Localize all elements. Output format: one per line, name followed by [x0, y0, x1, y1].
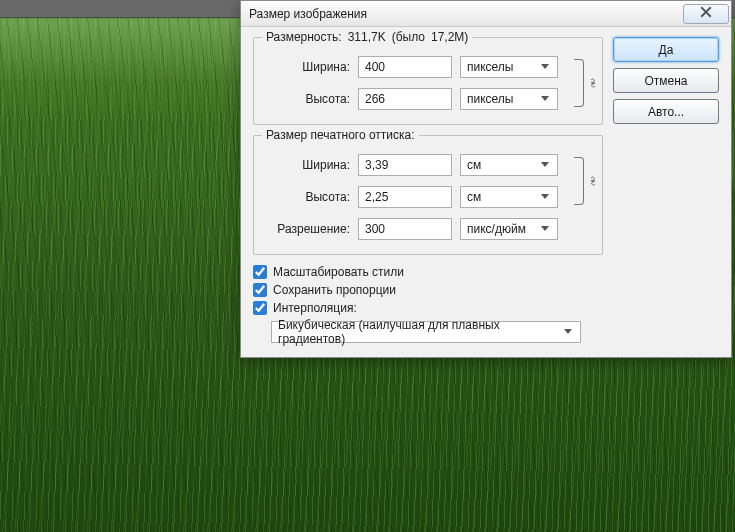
constrain-label: Сохранить пропорции	[273, 283, 396, 297]
pixel-width-input[interactable]	[358, 56, 452, 78]
chevron-down-icon	[537, 90, 553, 108]
print-size-legend: Размер печатного оттиска:	[262, 128, 419, 142]
chevron-down-icon	[537, 220, 553, 238]
dialog-title: Размер изображения	[249, 7, 367, 21]
auto-button[interactable]: Авто...	[613, 99, 719, 124]
combo-value: пикселы	[467, 92, 514, 106]
combo-value: Бикубическая (наилучшая для плавных град…	[278, 318, 561, 346]
pixel-height-unit-combo[interactable]: пикселы	[460, 88, 558, 110]
interpolate-checkbox[interactable]	[253, 301, 267, 315]
pixel-width-unit-combo[interactable]: пикселы	[460, 56, 558, 78]
chevron-down-icon	[537, 58, 553, 76]
scale-styles-checkbox-row[interactable]: Масштабировать стили	[253, 265, 603, 279]
constrain-checkbox-row[interactable]: Сохранить пропорции	[253, 283, 603, 297]
print-width-input[interactable]	[358, 154, 452, 176]
print-size-group: Размер печатного оттиска: Ширина: см	[253, 135, 603, 255]
interpolation-method-combo[interactable]: Бикубическая (наилучшая для плавных град…	[271, 321, 581, 343]
print-height-label: Высота:	[264, 190, 350, 204]
scale-styles-checkbox[interactable]	[253, 265, 267, 279]
pixel-dimensions-group: Размерность: 311,7K (было 17,2M) Ширина:…	[253, 37, 603, 125]
combo-value: см	[467, 190, 481, 204]
pixel-width-label: Ширина:	[264, 60, 350, 74]
cancel-button[interactable]: Отмена	[613, 68, 719, 93]
image-size-dialog: Размер изображения Размерность: 311,7K (…	[240, 0, 732, 358]
print-width-unit-combo[interactable]: см	[460, 154, 558, 176]
resolution-unit-combo[interactable]: пикс/дюйм	[460, 218, 558, 240]
combo-value: пикселы	[467, 60, 514, 74]
interpolate-checkbox-row[interactable]: Интерполяция:	[253, 301, 603, 315]
print-width-label: Ширина:	[264, 158, 350, 172]
chevron-down-icon	[561, 323, 576, 341]
chain-icon[interactable]	[586, 76, 600, 90]
pixel-height-label: Высота:	[264, 92, 350, 106]
dialog-titlebar[interactable]: Размер изображения	[241, 1, 731, 27]
chevron-down-icon	[537, 188, 553, 206]
chevron-down-icon	[537, 156, 553, 174]
close-icon	[700, 6, 712, 21]
print-link-bracket	[566, 154, 592, 208]
constrain-checkbox[interactable]	[253, 283, 267, 297]
pixel-height-input[interactable]	[358, 88, 452, 110]
combo-value: см	[467, 158, 481, 172]
ok-button[interactable]: Да	[613, 37, 719, 62]
print-height-input[interactable]	[358, 186, 452, 208]
scale-styles-label: Масштабировать стили	[273, 265, 404, 279]
close-button[interactable]	[683, 4, 729, 24]
pixel-link-bracket	[566, 56, 592, 110]
resolution-input[interactable]	[358, 218, 452, 240]
print-height-unit-combo[interactable]: см	[460, 186, 558, 208]
combo-value: пикс/дюйм	[467, 222, 526, 236]
pixel-dimensions-legend: Размерность: 311,7K (было 17,2M)	[262, 30, 472, 44]
chain-icon[interactable]	[586, 174, 600, 188]
resolution-label: Разрешение:	[264, 222, 350, 236]
interpolate-label: Интерполяция:	[273, 301, 357, 315]
